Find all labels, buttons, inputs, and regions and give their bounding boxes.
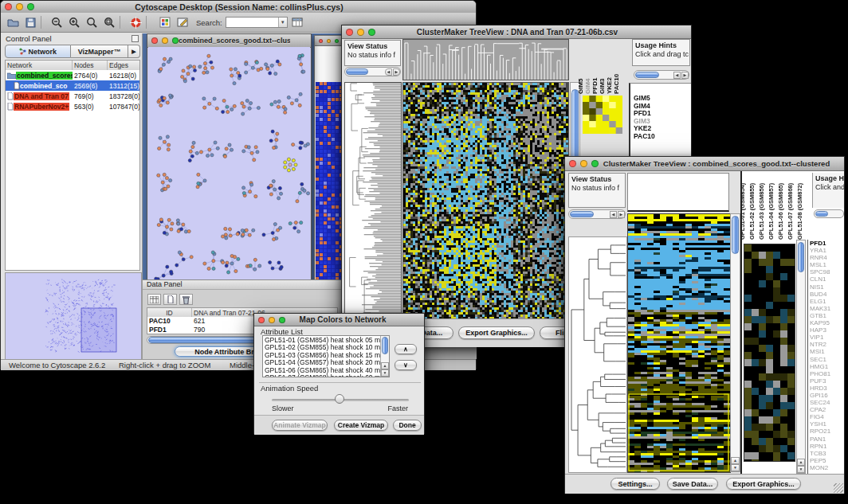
scroll-down-icon[interactable]: ▼ [797,466,805,473]
gene-label[interactable]: CPA2 [810,406,846,413]
gene-label[interactable]: BUD4 [810,291,846,298]
tab-overflow-arrow[interactable]: ▶ [128,45,140,58]
new-attribute-icon[interactable] [163,294,177,305]
speed-slider-thumb[interactable] [335,394,344,404]
treeview1-heatmap[interactable] [402,82,569,320]
save-data-button[interactable]: Save Data... [667,478,718,490]
gene-label[interactable]: MON2 [810,464,846,471]
gene-label[interactable]: VIP1 [810,334,846,341]
scrollbar-thumb[interactable] [346,68,368,75]
col-header-edges[interactable]: Edges [108,61,139,70]
treeview1-status-hscrollbar[interactable]: ◀ ▶ [344,67,401,76]
network-window[interactable]: combined_scores_good.txt--cluste... [147,33,312,291]
treeview2-status-hscrollbar[interactable]: ◀ ▶ [568,209,626,219]
scroll-left-icon[interactable]: ◀ [610,211,617,218]
gene-label[interactable]: HMG1 [810,363,846,370]
zoom-out-icon[interactable] [49,15,64,29]
attribute-listbox[interactable]: GPL51-01 (GSM854) heat shock 05 minGPL51… [262,335,390,377]
close-icon[interactable] [346,29,353,36]
delete-attribute-icon[interactable] [179,294,193,305]
treeview2-vscrollbar[interactable]: ▲ ▼ [730,213,740,472]
scrollbar-thumb[interactable] [570,211,594,217]
scroll-left-icon[interactable]: ◀ [673,72,681,79]
move-up-button[interactable]: ∧ [395,344,417,354]
network-row-combined-scores[interactable]: combined_scores 2764(0) 16218(0) [6,70,139,80]
zoom-fit-icon[interactable] [84,15,99,29]
resize-grip[interactable] [834,483,843,493]
gene-label[interactable]: ELG1 [810,298,846,305]
gene-label[interactable]: PFD1 [810,240,846,247]
minimize-icon[interactable] [16,3,23,10]
gene-label[interactable]: RPO21 [810,428,846,435]
gene-label[interactable]: TCB3 [810,450,846,457]
col-header-nodes[interactable]: Nodes [73,61,108,70]
scrollbar-thumb[interactable] [635,72,659,78]
annotation-icon[interactable] [175,15,190,29]
gene-label[interactable]: MAK31 [810,305,846,312]
treeview1-row-dendrogram[interactable] [344,82,402,320]
gene-label[interactable]: CLN1 [810,275,846,283]
gene-label[interactable]: SEC1 [810,356,846,363]
gene-label[interactable]: YRA1 [810,247,846,254]
gene-label[interactable]: KAP95 [810,319,846,326]
network-overview-thumbnail[interactable] [5,272,142,360]
zoom-window-icon[interactable] [591,160,599,167]
scroll-left-icon[interactable]: ◀ [385,68,392,76]
zoom-window-icon[interactable] [27,3,34,10]
network-row-combined-sco-selected[interactable]: combined_sco 2569(6) 13112(15) [6,80,139,91]
treeview2-zoom-matrix[interactable] [744,244,795,462]
scroll-up-icon[interactable]: ▲ [731,457,740,464]
treeview2-row-dendrogram[interactable] [568,236,627,473]
col-header-network[interactable]: Network [6,61,73,70]
main-titlebar[interactable]: Cytoscape Desktop (Session Name: collins… [1,1,476,14]
close-icon[interactable] [5,3,12,10]
scroll-right-icon[interactable]: ▶ [393,68,400,76]
gene-label[interactable]: PHO81 [810,370,846,377]
gene-label[interactable]: HAP3 [810,326,846,334]
scrollbar-thumb[interactable] [798,242,804,272]
scrollbar-thumb[interactable] [815,211,828,217]
network-row-rnapuber[interactable]: RNAPuberNov2+ 563(0) 107847(0) [6,101,139,111]
zoom-selected-icon[interactable] [102,15,116,29]
export-graphics-button[interactable]: Export Graphics... [726,478,801,490]
tab-network[interactable]: Network [5,45,71,58]
move-down-button[interactable]: ∨ [395,360,417,370]
zoom-window-icon[interactable] [368,29,375,36]
scroll-right-icon[interactable]: ▶ [618,211,625,218]
zoom-in-icon[interactable] [67,15,81,29]
minimize-icon[interactable] [357,29,364,36]
node-grid-icon[interactable] [158,15,172,29]
search-input[interactable]: ▼ [226,17,288,28]
table-import-icon[interactable] [291,15,305,29]
scrollbar-thumb[interactable] [732,216,739,254]
gene-label[interactable]: HRD3 [810,385,846,392]
scrollbar-thumb[interactable] [382,337,388,354]
treeview1-hints-hscrollbar[interactable]: ◀ ▶ [634,70,689,80]
minimize-icon[interactable] [269,317,275,323]
treeview1-summary-matrix[interactable] [583,96,622,134]
gene-label[interactable]: PAN1 [810,436,846,443]
search-dropdown-icon[interactable]: ▼ [278,18,287,27]
minimize-icon[interactable] [162,37,168,44]
network-row-dna-tran[interactable]: DNA and Tran 07 769(0) 183728(0) [6,91,139,101]
open-file-icon[interactable] [6,15,20,29]
done-button[interactable]: Done [393,420,422,431]
close-icon[interactable] [258,317,265,323]
gene-label[interactable]: MSI1 [810,348,846,355]
gene-label[interactable]: NIS1 [810,283,846,291]
gene-label[interactable]: FIG4 [810,413,846,420]
close-icon[interactable] [151,37,158,44]
gene-label[interactable]: GTB1 [810,312,846,319]
settings-button[interactable]: Settings... [610,478,660,490]
tab-vizmapper[interactable]: VizMapper™ [71,45,128,58]
scroll-up-icon[interactable]: ▲ [797,459,805,466]
treeview2-hints-hscrollbar[interactable] [814,209,844,218]
scroll-up-icon[interactable]: ▲ [381,362,389,369]
help-lifering-icon[interactable] [128,15,143,29]
treeview2-genelist-vscrollbar[interactable]: ▲ ▼ [796,240,806,474]
network-graph-canvas[interactable] [148,47,310,291]
gene-label[interactable]: PEP5 [810,457,846,464]
animate-vizmap-button[interactable]: Animate Vizmap [272,420,328,431]
zoom-window-icon[interactable] [172,37,179,44]
col-header-id[interactable]: ID [147,308,192,317]
